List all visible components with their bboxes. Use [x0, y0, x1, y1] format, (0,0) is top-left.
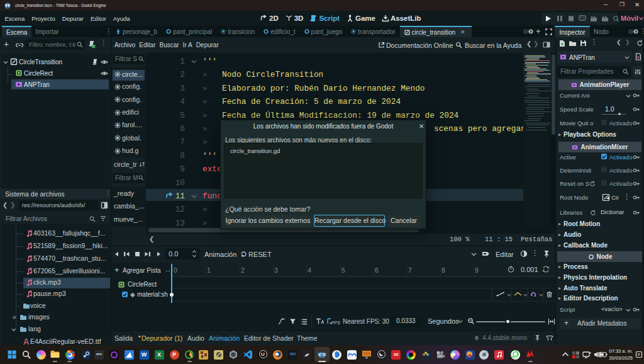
svg-text:FPS: FPS: [331, 321, 340, 325]
